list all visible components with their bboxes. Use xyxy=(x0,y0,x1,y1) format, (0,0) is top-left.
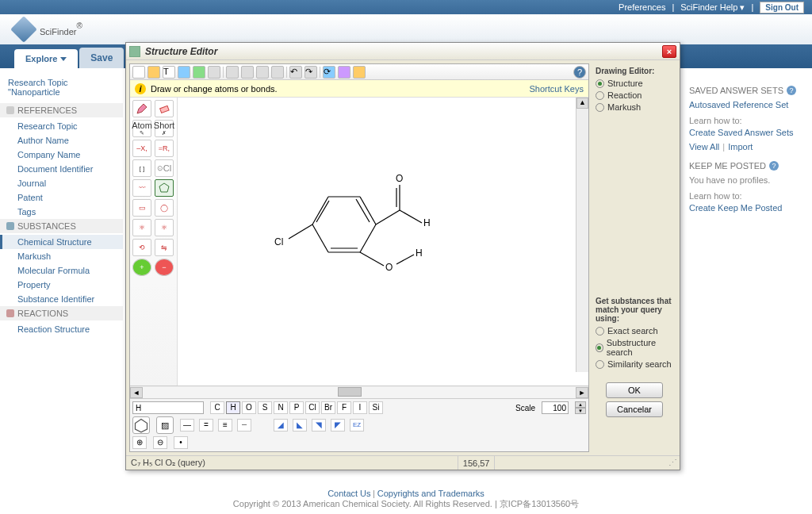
atom-h[interactable]: H xyxy=(226,401,240,414)
help-icon[interactable]: ? xyxy=(769,161,779,171)
open-icon[interactable] xyxy=(147,66,160,79)
nav-company-name[interactable]: Company Name xyxy=(0,148,123,162)
double-bond-icon[interactable]: = xyxy=(199,419,213,432)
rotate-tool[interactable]: ⟲ xyxy=(132,239,151,256)
refresh-icon[interactable]: ⟳ xyxy=(323,66,335,79)
autosaved-link[interactable]: Autosaved Reference Set xyxy=(689,100,804,109)
cut-icon[interactable] xyxy=(226,66,239,79)
pencil-tool-icon[interactable] xyxy=(132,100,151,117)
mirror-tool[interactable]: ⇋ xyxy=(155,239,174,256)
scale-up-icon[interactable]: ▲ xyxy=(575,401,586,408)
single-bond-icon[interactable]: — xyxy=(180,419,194,432)
atom-n[interactable]: N xyxy=(274,401,288,414)
nav-journal[interactable]: Journal xyxy=(0,176,123,190)
scroll-left-icon[interactable]: ◄ xyxy=(130,387,143,398)
help-link[interactable]: SciFinder Help ▾ xyxy=(680,2,745,13)
copy-icon[interactable] xyxy=(241,66,254,79)
more-templates-icon[interactable]: ▨ xyxy=(156,416,174,434)
benzene-template-icon[interactable] xyxy=(132,416,150,434)
print-icon[interactable] xyxy=(208,66,220,79)
preferences-link[interactable]: Preferences xyxy=(619,2,665,12)
close-icon[interactable]: × xyxy=(662,45,676,58)
nav-reaction-structure[interactable]: Reaction Structure xyxy=(0,322,123,336)
horizontal-scrollbar[interactable]: ◄ ► xyxy=(130,386,588,398)
radio-reaction[interactable]: Reaction xyxy=(596,90,673,100)
atom-s[interactable]: S xyxy=(258,401,272,414)
resize-grip-icon[interactable]: ⋰ xyxy=(668,458,680,468)
nav-author-name[interactable]: Author Name xyxy=(0,133,123,148)
wedge-either-icon[interactable]: ◥ xyxy=(312,419,326,432)
variable-attach-tool[interactable]: ⊙Cl xyxy=(155,159,174,177)
lock-ring-tool[interactable]: ⚛ xyxy=(155,219,174,236)
help-icon[interactable]: ? xyxy=(787,86,796,95)
tab-explore[interactable]: Explore xyxy=(14,49,78,68)
drawing-canvas[interactable]: Cl O H O H xyxy=(178,98,588,386)
cancel-button[interactable]: Cancelar xyxy=(606,401,663,417)
nav-property[interactable]: Property xyxy=(0,278,123,292)
nav-patent[interactable]: Patent xyxy=(0,190,123,205)
wedge-up-icon[interactable]: ◢ xyxy=(274,419,288,432)
chain-tool[interactable]: 〰 xyxy=(132,179,151,197)
nav-tags[interactable]: Tags xyxy=(0,205,123,219)
negative-charge-icon[interactable]: ⊖ xyxy=(153,436,167,449)
atom-o[interactable]: O xyxy=(242,401,256,414)
remove-tool[interactable]: − xyxy=(155,259,174,276)
template-icon[interactable]: T xyxy=(163,66,175,79)
nav-document-identifier[interactable]: Document Identifier xyxy=(0,162,123,176)
save-icon[interactable] xyxy=(178,66,190,79)
ring-tool[interactable] xyxy=(155,179,174,197)
wedge-down-icon[interactable]: ◣ xyxy=(293,419,307,432)
nav-markush[interactable]: Markush xyxy=(0,249,123,263)
atom-c[interactable]: C xyxy=(210,401,224,414)
scale-input[interactable] xyxy=(542,401,569,414)
radio-substructure[interactable]: Substructure search xyxy=(596,338,673,357)
scroll-right-icon[interactable]: ► xyxy=(576,387,588,398)
atom-input[interactable] xyxy=(132,401,204,414)
shortcut-tool[interactable]: Short✗ xyxy=(155,120,174,137)
copyrights-link[interactable]: Copyrights and Trademarks xyxy=(377,489,485,498)
add-tool[interactable]: + xyxy=(132,259,151,276)
breadcrumb[interactable]: Research Topic "Nanoparticle xyxy=(0,75,123,103)
create-saved-link[interactable]: Create Saved Answer Sets xyxy=(689,128,804,137)
view-all-link[interactable]: View All xyxy=(689,142,719,152)
wavy-bond-icon[interactable]: ◤ xyxy=(331,419,345,432)
nav-molecular-formula[interactable]: Molecular Formula xyxy=(0,263,123,278)
settings-icon[interactable] xyxy=(338,66,350,79)
lock-atom-tool[interactable]: ⚛ xyxy=(132,219,151,236)
atom-si[interactable]: Si xyxy=(369,401,383,414)
atom-cl[interactable]: Cl xyxy=(305,401,320,414)
delete-icon[interactable] xyxy=(271,66,284,79)
positive-charge-icon[interactable]: ⊕ xyxy=(132,436,147,449)
triple-bond-icon[interactable]: ≡ xyxy=(218,419,232,432)
nav-substance-identifier[interactable]: Substance Identifier xyxy=(0,292,123,306)
list-icon[interactable] xyxy=(353,66,366,79)
radio-structure[interactable]: Structure xyxy=(596,79,673,88)
radio-markush[interactable]: Markush xyxy=(596,102,673,112)
scroll-up-icon[interactable]: ▲ xyxy=(576,98,588,109)
rect-select-tool[interactable]: ▭ xyxy=(132,199,151,217)
nav-research-topic[interactable]: Research Topic xyxy=(0,119,123,133)
ok-button[interactable]: OK xyxy=(606,382,663,398)
atom-tool[interactable]: Atom✎ xyxy=(132,120,151,137)
help-icon[interactable]: ? xyxy=(573,66,586,79)
ez-bond-icon[interactable]: EZ xyxy=(350,419,364,432)
contact-link[interactable]: Contact Us xyxy=(327,489,370,498)
radio-similarity[interactable]: Similarity search xyxy=(596,359,673,369)
atom-br[interactable]: Br xyxy=(321,401,335,414)
ring-count-tool[interactable]: [ ] xyxy=(132,159,151,177)
redo-icon[interactable]: ↷ xyxy=(304,66,317,79)
shortcut-keys-link[interactable]: Shortcut Keys xyxy=(530,84,584,94)
paste-icon[interactable] xyxy=(256,66,269,79)
scale-down-icon[interactable]: ▼ xyxy=(575,408,586,414)
eraser-tool-icon[interactable] xyxy=(155,100,174,117)
create-kmp-link[interactable]: Create Keep Me Posted xyxy=(689,203,804,213)
lasso-tool[interactable]: ◯ xyxy=(155,199,174,217)
atom-i[interactable]: I xyxy=(353,401,367,414)
radio-exact[interactable]: Exact search xyxy=(596,326,673,336)
atom-f[interactable]: F xyxy=(337,401,351,414)
r-group-tool[interactable]: =R, xyxy=(155,140,174,157)
export-icon[interactable] xyxy=(193,66,205,79)
import-link[interactable]: Import xyxy=(728,142,753,152)
tab-saved[interactable]: Save xyxy=(79,48,124,68)
x-group-tool[interactable]: –X, xyxy=(132,140,151,157)
